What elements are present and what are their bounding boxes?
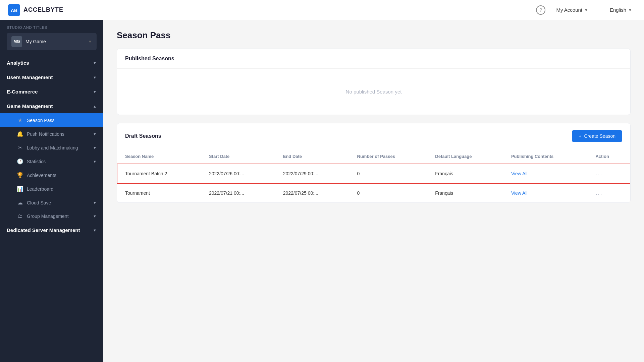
ecommerce-chevron: ▼ <box>93 90 97 94</box>
col-publishing: Publishing Contents <box>503 149 588 164</box>
analytics-chevron: ▼ <box>93 61 97 65</box>
group-management-icon: 🗂 <box>17 213 23 219</box>
draft-seasons-table-wrapper: Season Name Start Date End Date Number o… <box>117 149 630 202</box>
end-date-cell: 2022/07/25 00:... <box>275 183 349 203</box>
default-language-cell: Français <box>427 164 503 183</box>
season-name-cell: Tournament Batch 2 <box>117 164 201 183</box>
sidebar-nav: Analytics ▼ Users Management ▼ E-Commerc… <box>0 53 103 362</box>
language-chevron: ▼ <box>628 8 632 12</box>
sidebar-item-achievements[interactable]: 🏆 Achievements <box>0 168 103 182</box>
my-account-chevron: ▼ <box>584 8 588 12</box>
season-pass-label: Season Pass <box>27 118 55 123</box>
col-end-date: End Date <box>275 149 349 164</box>
col-default-lang: Default Language <box>427 149 503 164</box>
start-date-cell: 2022/07/21 00:... <box>201 183 275 203</box>
logo: AB ACCELBYTE <box>8 4 63 16</box>
statistics-icon: 🕐 <box>17 158 23 165</box>
draft-seasons-table: Season Name Start Date End Date Number o… <box>117 149 630 202</box>
sidebar-item-users-management[interactable]: Users Management ▼ <box>0 70 103 84</box>
studio-chevron: ▼ <box>88 40 92 44</box>
language-dropdown[interactable]: English ▼ <box>606 5 636 15</box>
page-title: Season Pass <box>117 30 631 41</box>
accelbyte-logo-icon: AB <box>8 4 20 16</box>
studio-section: STUDIO AND TITLES MG My Game ▼ <box>0 20 103 53</box>
leaderboard-label: Leaderboard <box>27 186 53 192</box>
sidebar-item-dedicated-server[interactable]: Dedicated Server Management ▼ <box>0 223 103 237</box>
published-seasons-card: Published Seasons No published Season ye… <box>117 49 631 115</box>
sidebar-item-cloud-save[interactable]: ☁ Cloud Save ▼ <box>0 196 103 209</box>
dedicated-server-chevron: ▼ <box>93 228 97 232</box>
analytics-label: Analytics <box>7 60 89 66</box>
draft-seasons-header: Draft Seasons + Create Season <box>117 123 630 149</box>
col-season-name: Season Name <box>117 149 201 164</box>
sidebar-item-season-pass[interactable]: ★ Season Pass <box>0 113 103 127</box>
end-date-cell: 2022/07/29 00:... <box>275 164 349 183</box>
publishing-contents-cell[interactable]: View All <box>503 164 588 183</box>
col-action: Action <box>587 149 630 164</box>
table-row[interactable]: Tournament Batch 22022/07/26 00:...2022/… <box>117 164 630 183</box>
num-passes-cell: 0 <box>349 183 427 203</box>
lobby-matchmaking-label: Lobby and Matchmaking <box>27 145 90 150</box>
lobby-matchmaking-icon: ✂ <box>17 144 23 151</box>
main-layout: STUDIO AND TITLES MG My Game ▼ Analytics… <box>0 20 644 362</box>
cloud-save-icon: ☁ <box>17 199 23 206</box>
season-pass-icon: ★ <box>17 117 23 123</box>
push-notifications-icon: 🔔 <box>17 131 23 137</box>
users-management-label: Users Management <box>7 74 89 80</box>
published-seasons-empty-message: No published Season yet <box>346 89 402 95</box>
sidebar-item-group-management[interactable]: 🗂 Group Management ▼ <box>0 209 103 223</box>
main-content: Season Pass Published Seasons No publish… <box>103 20 644 362</box>
statistics-chevron: ▼ <box>93 160 97 164</box>
published-seasons-header: Published Seasons <box>117 49 630 69</box>
studio-label: STUDIO AND TITLES <box>7 25 97 29</box>
lobby-matchmaking-chevron: ▼ <box>93 146 97 150</box>
help-button[interactable]: ? <box>536 5 545 15</box>
view-all-link[interactable]: View All <box>511 171 528 176</box>
game-management-label: Game Management <box>7 103 89 109</box>
sidebar-item-lobby-matchmaking[interactable]: ✂ Lobby and Matchmaking ▼ <box>0 141 103 155</box>
create-season-button[interactable]: + Create Season <box>572 130 622 142</box>
header-right: ? My Account ▼ English ▼ <box>536 5 636 15</box>
cloud-save-chevron: ▼ <box>93 201 97 205</box>
my-account-dropdown[interactable]: My Account ▼ <box>552 5 592 15</box>
action-dots[interactable]: ... <box>595 170 602 177</box>
users-management-chevron: ▼ <box>93 75 97 79</box>
sidebar: STUDIO AND TITLES MG My Game ▼ Analytics… <box>0 20 103 362</box>
dedicated-server-label: Dedicated Server Management <box>7 227 89 233</box>
draft-seasons-tbody: Tournament Batch 22022/07/26 00:...2022/… <box>117 164 630 203</box>
group-management-chevron: ▼ <box>93 214 97 218</box>
draft-seasons-card: Draft Seasons + Create Season Season Nam… <box>117 123 631 203</box>
achievements-label: Achievements <box>27 173 56 178</box>
sidebar-item-statistics[interactable]: 🕐 Statistics ▼ <box>0 155 103 168</box>
studio-name: My Game <box>25 39 85 44</box>
num-passes-cell: 0 <box>349 164 427 183</box>
table-row[interactable]: Tournament2022/07/21 00:...2022/07/25 00… <box>117 183 630 203</box>
view-all-link[interactable]: View All <box>511 190 528 196</box>
draft-seasons-title: Draft Seasons <box>125 133 161 139</box>
cloud-save-label: Cloud Save <box>27 200 90 205</box>
sidebar-item-ecommerce[interactable]: E-Commerce ▼ <box>0 84 103 99</box>
studio-selector[interactable]: MG My Game ▼ <box>7 33 97 50</box>
sidebar-item-leaderboard[interactable]: 📊 Leaderboard <box>0 182 103 196</box>
my-account-label: My Account <box>556 7 582 13</box>
action-dots[interactable]: ... <box>595 189 602 196</box>
sidebar-item-analytics[interactable]: Analytics ▼ <box>0 56 103 70</box>
ecommerce-label: E-Commerce <box>7 89 89 95</box>
group-management-label: Group Management <box>27 214 90 219</box>
sidebar-item-push-notifications[interactable]: 🔔 Push Notifications ▼ <box>0 127 103 141</box>
col-start-date: Start Date <box>201 149 275 164</box>
action-cell[interactable]: ... <box>587 183 630 203</box>
game-management-chevron: ▲ <box>93 104 97 108</box>
logo-text: ACCELBYTE <box>23 6 63 13</box>
push-notifications-label: Push Notifications <box>27 131 90 137</box>
start-date-cell: 2022/07/26 00:... <box>201 164 275 183</box>
publishing-contents-cell[interactable]: View All <box>503 183 588 203</box>
push-notifications-chevron: ▼ <box>93 132 97 136</box>
sidebar-item-game-management[interactable]: Game Management ▲ <box>0 99 103 113</box>
achievements-icon: 🏆 <box>17 172 23 178</box>
col-num-passes: Number of Passes <box>349 149 427 164</box>
published-seasons-title: Published Seasons <box>125 56 174 62</box>
season-name-cell: Tournament <box>117 183 201 203</box>
studio-avatar: MG <box>11 36 22 47</box>
action-cell[interactable]: ... <box>587 164 630 183</box>
